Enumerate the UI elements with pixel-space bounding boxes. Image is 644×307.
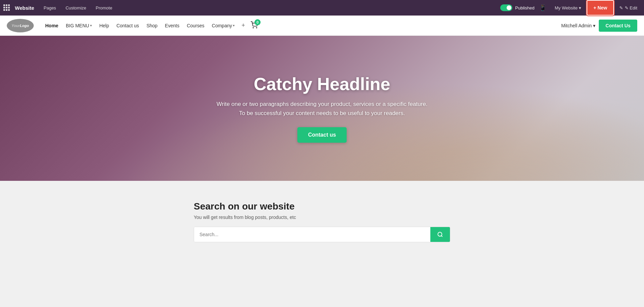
search-section: Search on our website You will get resul…: [187, 181, 457, 256]
nav-events[interactable]: Events: [162, 21, 183, 30]
site-nav-links: Home BIG MENU ▾ Help Contact us Shop Eve…: [42, 21, 560, 30]
nav-help[interactable]: Help: [96, 21, 112, 30]
cart-icon[interactable]: 0: [250, 21, 258, 30]
site-navigation: YourLogo Home BIG MENU ▾ Help Contact us…: [0, 16, 644, 36]
site-nav-right: Mitchell Admin ▾ Contact Us: [561, 20, 637, 32]
svg-point-0: [253, 27, 253, 28]
published-label: Published: [515, 5, 534, 10]
svg-line-3: [441, 235, 442, 236]
search-subtitle: You will get results from blog posts, pr…: [194, 215, 296, 220]
svg-point-1: [256, 27, 257, 28]
hero-section: Catchy Headline Write one or two paragra…: [0, 36, 644, 181]
admin-bar: Website Pages Customize Promote Publishe…: [0, 0, 644, 16]
nav-contact-us[interactable]: Contact us: [113, 21, 142, 30]
logo[interactable]: YourLogo: [7, 19, 34, 32]
search-bar: [194, 227, 450, 242]
admin-nav-promote[interactable]: Promote: [92, 3, 116, 12]
add-nav-item[interactable]: +: [239, 21, 248, 30]
search-title: Search on our website: [194, 201, 295, 212]
hero-cta-button[interactable]: Contact us: [297, 127, 347, 143]
nav-home[interactable]: Home: [42, 21, 62, 30]
hero-content: Catchy Headline Write one or two paragra…: [210, 67, 434, 149]
company-arrow: ▾: [233, 24, 235, 27]
user-menu[interactable]: Mitchell Admin ▾: [561, 23, 595, 28]
contact-us-button[interactable]: Contact Us: [599, 20, 637, 32]
published-toggle[interactable]: [500, 4, 512, 11]
admin-nav-customize[interactable]: Customize: [62, 3, 89, 12]
svg-point-2: [438, 232, 442, 236]
nav-big-menu[interactable]: BIG MENU ▾: [62, 21, 95, 30]
admin-bar-left: Website Pages Customize Promote: [3, 3, 498, 12]
grid-icon[interactable]: [3, 4, 10, 11]
pencil-icon: ✎: [619, 5, 623, 10]
admin-brand: Website: [15, 5, 34, 11]
new-button[interactable]: + New: [587, 0, 614, 16]
published-toggle-group: Published: [500, 4, 534, 11]
mobile-view-icon[interactable]: 📱: [536, 3, 549, 13]
nav-courses[interactable]: Courses: [183, 21, 208, 30]
page-content: Search on our website You will get resul…: [0, 181, 644, 256]
logo-image: YourLogo: [7, 19, 34, 32]
user-chevron: ▾: [593, 23, 595, 28]
search-button[interactable]: [430, 227, 450, 242]
edit-button[interactable]: ✎ ✎ Edit: [616, 4, 641, 12]
big-menu-arrow: ▾: [90, 24, 92, 27]
hero-subtext: Write one or two paragraphs describing y…: [216, 100, 427, 118]
cart-badge: 0: [254, 19, 261, 25]
my-website-button[interactable]: My Website ▾: [551, 4, 585, 12]
nav-company[interactable]: Company ▾: [209, 21, 238, 30]
hero-headline: Catchy Headline: [216, 74, 427, 94]
admin-nav-pages[interactable]: Pages: [40, 3, 59, 12]
my-website-chevron: ▾: [579, 5, 581, 10]
search-input[interactable]: [194, 227, 430, 242]
admin-bar-right: Published 📱 My Website ▾ + New ✎ ✎ Edit: [500, 0, 641, 16]
nav-shop[interactable]: Shop: [143, 21, 161, 30]
